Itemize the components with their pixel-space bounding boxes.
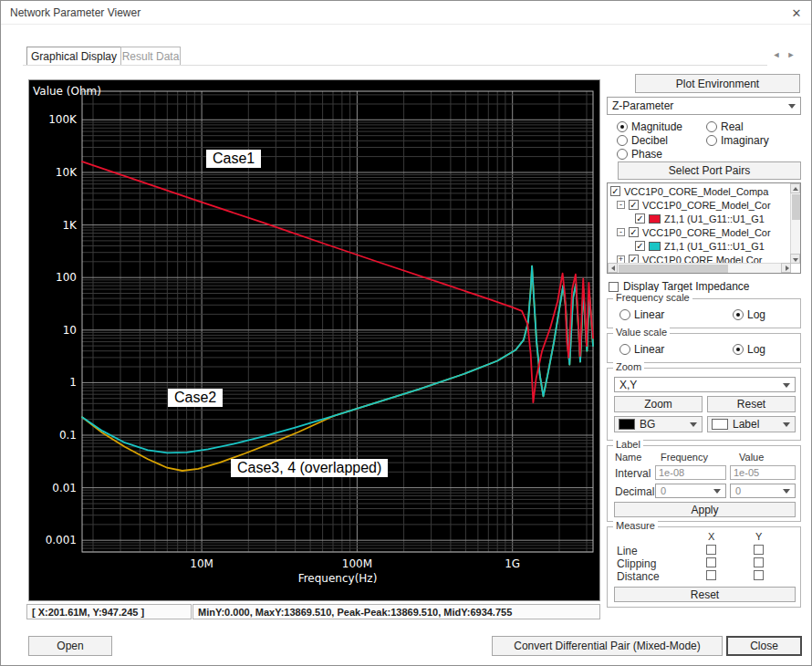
radio-icon [733, 309, 744, 320]
zoom-group: Zoom X,Y Zoom Reset BG Label [607, 368, 801, 441]
radio-real[interactable]: Real [706, 120, 744, 133]
interval-value-input[interactable] [730, 465, 796, 480]
measure-distance-x-checkbox[interactable] [706, 570, 716, 580]
button-label: Apply [691, 504, 718, 516]
row-label-distance: Distance [617, 570, 660, 583]
tab-label: Result Data [122, 50, 180, 63]
radio-frequency-log[interactable]: Log [733, 308, 765, 321]
frequency-scale-group: Frequency scale Linear Log [607, 298, 801, 328]
label-apply-button[interactable]: Apply [614, 502, 796, 517]
row-label-clipping: Clipping [617, 557, 656, 570]
radio-label: Imaginary [721, 134, 769, 147]
checkbox-icon[interactable] [629, 200, 639, 210]
scrollbar-thumb[interactable] [792, 194, 800, 220]
bg-color-button[interactable]: BG [614, 416, 703, 432]
radio-icon [617, 149, 628, 160]
svg-text:10K: 10K [56, 166, 78, 179]
tab-graphical-display[interactable]: Graphical Display [26, 47, 121, 66]
chevron-down-icon [783, 383, 790, 388]
combo-value: 0 [661, 485, 666, 496]
checkbox-icon[interactable] [635, 241, 645, 251]
open-button[interactable]: Open [28, 636, 112, 656]
radio-frequency-linear[interactable]: Linear [619, 308, 664, 321]
column-header-frequency: Frequency [661, 452, 708, 463]
interval-frequency-input[interactable] [655, 465, 726, 480]
tab-scroll-left-icon[interactable]: ◄ [770, 50, 783, 59]
zoom-reset-button[interactable]: Reset [707, 396, 796, 412]
display-target-impedance-checkbox[interactable]: Display Target Impedance [609, 280, 750, 293]
scroll-up-icon[interactable] [790, 183, 800, 193]
zoom-button[interactable]: Zoom [614, 396, 703, 412]
tab-result-data[interactable]: Result Data [120, 47, 181, 66]
collapse-icon[interactable]: - [617, 228, 625, 236]
checkbox-icon[interactable] [610, 186, 620, 196]
collapse-icon[interactable]: - [617, 201, 625, 209]
radio-label: Phase [631, 148, 662, 161]
select-port-pairs-button[interactable]: Select Port Pairs [618, 161, 801, 180]
plot-environment-button[interactable]: Plot Environment [635, 74, 800, 93]
scrollbar-thumb[interactable] [619, 265, 728, 273]
combo-value: Z-Parameter [612, 99, 673, 112]
radio-label: Log [747, 343, 765, 356]
checkbox-icon[interactable] [635, 213, 645, 224]
label-color-swatch [712, 419, 728, 430]
column-header-name: Name [615, 452, 641, 463]
scroll-left-icon[interactable] [608, 263, 618, 273]
scroll-right-icon[interactable] [781, 263, 791, 273]
measure-distance-y-checkbox[interactable] [754, 570, 764, 580]
radio-icon [733, 344, 744, 355]
label-color-button[interactable]: Label [707, 416, 796, 432]
chart-annotation-case3-4: Case3, 4 (overlapped) [231, 459, 388, 477]
impedance-chart[interactable]: 10M100M1G100K10K1K1001010.10.010.001Valu… [28, 79, 600, 601]
scroll-down-icon[interactable] [790, 254, 800, 264]
button-label: Open [57, 640, 83, 652]
radio-magnitude[interactable]: Magnitude [617, 120, 682, 133]
row-label-line: Line [617, 545, 638, 557]
tree-row[interactable]: - VCC1P0_CORE_Model_Cor [617, 225, 771, 239]
column-header-x: X [708, 531, 714, 542]
radio-icon [617, 135, 628, 146]
group-title: Zoom [613, 361, 644, 372]
radio-value-log[interactable]: Log [733, 343, 765, 356]
close-icon[interactable]: ✕ [782, 1, 811, 25]
tree-horizontal-scrollbar[interactable] [608, 263, 791, 273]
radio-label: Linear [634, 308, 664, 321]
tree-row[interactable]: Z1,1 (U1_G11::U1_G1 [635, 239, 765, 253]
radio-value-linear[interactable]: Linear [619, 343, 664, 356]
close-button[interactable]: Close [726, 636, 802, 656]
svg-text:0.01: 0.01 [52, 482, 77, 494]
measure-clipping-y-checkbox[interactable] [754, 557, 764, 567]
chevron-down-icon [713, 489, 721, 494]
decimal-frequency-combo[interactable]: 0 [655, 484, 726, 498]
zoom-mode-combo[interactable]: X,Y [614, 377, 796, 392]
tab-scroll-right-icon[interactable]: ► [785, 50, 797, 59]
checkbox-icon[interactable] [629, 227, 639, 237]
chevron-down-icon [690, 422, 697, 427]
series-color-swatch [649, 242, 661, 251]
tabstrip-divider [23, 65, 767, 66]
measure-line-x-checkbox[interactable] [706, 545, 716, 555]
tree-vertical-scrollbar[interactable] [790, 183, 800, 264]
value-scale-group: Value scale Linear Log [607, 333, 801, 363]
svg-text:Frequency(Hz): Frequency(Hz) [298, 572, 378, 585]
chart-annotation-case2: Case2 [168, 389, 223, 407]
radio-phase[interactable]: Phase [617, 148, 662, 161]
convert-differential-pair-button[interactable]: Convert Differential Pair (Mixed-Mode) [492, 636, 723, 656]
tree-row[interactable]: VCC1P0_CORE_Model_Compa [610, 184, 768, 198]
radio-decibel[interactable]: Decibel [617, 134, 668, 147]
tree-row[interactable]: Z1,1 (U1_G11::U1_G1 [635, 212, 765, 225]
button-label: Convert Differential Pair (Mixed-Mode) [514, 640, 701, 652]
cursor-readout: [ X:201.61M, Y:947.245 ] [26, 604, 192, 619]
bg-color-swatch [619, 419, 635, 430]
chevron-down-icon [783, 422, 790, 427]
measure-line-y-checkbox[interactable] [754, 545, 764, 555]
measure-reset-button[interactable]: Reset [614, 587, 796, 602]
radio-imaginary[interactable]: Imaginary [706, 134, 769, 147]
parameter-combo[interactable]: Z-Parameter [607, 97, 801, 115]
column-header-value: Value [739, 452, 764, 463]
radio-icon [619, 344, 630, 355]
svg-text:1K: 1K [62, 219, 78, 232]
measure-clipping-x-checkbox[interactable] [706, 557, 716, 567]
decimal-value-combo[interactable]: 0 [730, 484, 796, 498]
tree-row[interactable]: - VCC1P0_CORE_Model_Cor [617, 198, 771, 212]
